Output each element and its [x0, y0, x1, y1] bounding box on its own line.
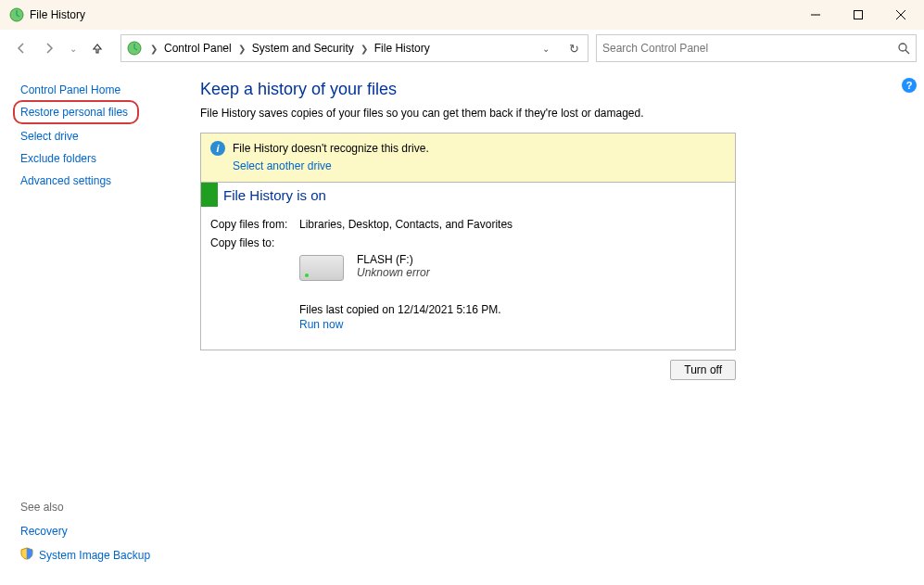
sidebar-restore-personal-files[interactable]: Restore personal files — [20, 106, 128, 119]
sidebar-exclude-folders[interactable]: Exclude folders — [20, 152, 182, 165]
chevron-right-icon[interactable]: ❯ — [358, 35, 371, 61]
title-bar: File History — [0, 0, 924, 30]
sidebar-recovery[interactable]: Recovery — [20, 525, 68, 538]
up-button[interactable] — [87, 38, 108, 58]
info-icon: i — [210, 141, 225, 156]
help-icon[interactable]: ? — [902, 78, 917, 93]
maximize-button[interactable] — [837, 0, 880, 30]
last-copied-text: Files last copied on 12/14/2021 5:16 PM. — [299, 303, 500, 316]
copy-from-label: Copy files from: — [210, 218, 299, 231]
turn-off-button[interactable]: Turn off — [670, 360, 736, 380]
status-color-chip — [201, 183, 218, 207]
svg-line-7 — [905, 50, 909, 54]
run-now-link[interactable]: Run now — [299, 318, 343, 331]
page-heading: Keep a history of your files — [200, 80, 907, 99]
svg-point-6 — [899, 44, 906, 51]
search-input[interactable] — [602, 42, 897, 55]
search-box[interactable] — [596, 34, 917, 62]
close-button[interactable] — [880, 0, 922, 30]
see-also-heading: See also — [20, 501, 182, 514]
file-history-app-icon — [9, 7, 24, 22]
page-subtext: File History saves copies of your files … — [200, 107, 907, 120]
breadcrumb-root[interactable]: Control Panel — [160, 35, 235, 61]
recent-locations-button[interactable]: ⌄ — [67, 38, 80, 58]
status-title: File History is on — [218, 187, 326, 203]
sidebar-select-drive[interactable]: Select drive — [20, 130, 182, 143]
svg-rect-2 — [854, 11, 863, 19]
refresh-button[interactable]: ↻ — [560, 35, 588, 61]
warning-box: i File History doesn't recognize this dr… — [200, 133, 736, 183]
copy-to-label: Copy files to: — [210, 236, 299, 249]
select-another-drive-link[interactable]: Select another drive — [233, 159, 332, 172]
sidebar-advanced-settings[interactable]: Advanced settings — [20, 174, 182, 187]
chevron-right-icon[interactable]: ❯ — [147, 35, 160, 61]
drive-status: Unknown error — [357, 266, 430, 279]
chevron-right-icon[interactable]: ❯ — [235, 35, 248, 61]
window-title: File History — [30, 8, 85, 21]
drive-name: FLASH (F:) — [357, 253, 430, 266]
status-box: File History is on Copy files from: Libr… — [200, 183, 736, 350]
location-icon — [127, 41, 142, 56]
sidebar: Control Panel Home Restore personal file… — [0, 67, 191, 585]
copy-from-value: Libraries, Desktop, Contacts, and Favori… — [299, 218, 513, 231]
nav-row: ⌄ ❯ Control Panel ❯ System and Security … — [0, 30, 924, 67]
back-button[interactable] — [11, 38, 32, 58]
breadcrumb-leaf[interactable]: File History — [371, 35, 434, 61]
search-icon[interactable] — [897, 42, 910, 55]
main-panel: ? Keep a history of your files File Hist… — [191, 67, 924, 585]
shield-icon — [20, 547, 33, 563]
drive-icon — [299, 255, 344, 281]
minimize-button[interactable] — [794, 0, 837, 30]
sidebar-control-panel-home[interactable]: Control Panel Home — [20, 83, 182, 96]
address-dropdown-button[interactable]: ⌄ — [532, 35, 560, 61]
breadcrumb-mid[interactable]: System and Security — [248, 35, 358, 61]
sidebar-system-image-backup[interactable]: System Image Backup — [39, 549, 150, 562]
warning-text: File History doesn't recognize this driv… — [233, 142, 429, 155]
address-bar[interactable]: ❯ Control Panel ❯ System and Security ❯ … — [120, 34, 589, 62]
forward-button[interactable] — [39, 38, 59, 58]
highlight-annotation: Restore personal files — [13, 100, 139, 124]
